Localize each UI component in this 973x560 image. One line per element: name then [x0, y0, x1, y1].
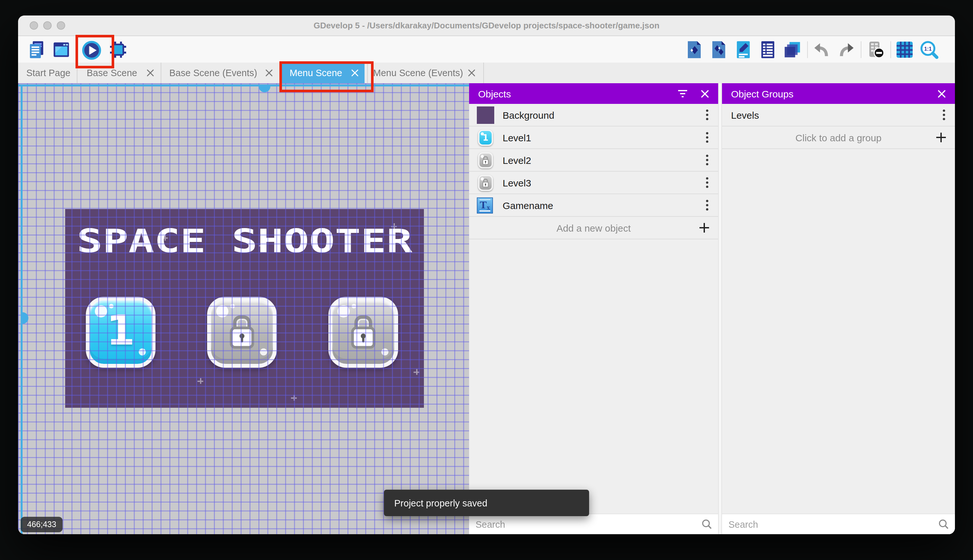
- tab-base-scene-events[interactable]: Base Scene (Events): [163, 63, 279, 83]
- close-tab-icon[interactable]: [468, 69, 475, 77]
- sparkle-star: [197, 378, 203, 384]
- level3-object-icon: [477, 174, 494, 191]
- background-object-icon: [477, 106, 494, 123]
- project-manager-icon[interactable]: [27, 40, 47, 59]
- objects-panel-title: Objects: [478, 88, 665, 99]
- debugger-icon[interactable]: [108, 40, 128, 59]
- level1-object-icon: 1: [477, 129, 494, 146]
- scene-window-icon[interactable]: [52, 40, 71, 59]
- tab-divider: [280, 63, 281, 83]
- selection-top-handle[interactable]: [259, 87, 270, 92]
- objects-search-row: [469, 513, 718, 534]
- object-groups-panel: Object Groups Levels Click to add a grou…: [722, 83, 955, 534]
- search-icon: [938, 518, 950, 530]
- level3-button-instance[interactable]: [328, 297, 398, 368]
- toolbar-separator: [890, 41, 891, 58]
- groups-search-input[interactable]: [722, 518, 938, 530]
- text-object-icon: Tx: [477, 197, 494, 214]
- zoom-reset-icon[interactable]: 1:1: [920, 40, 939, 59]
- play-preview-icon[interactable]: [82, 41, 101, 60]
- groups-search-row: [722, 513, 955, 534]
- save-toast: Project properly saved: [384, 490, 589, 516]
- add-group-plus-icon[interactable]: [936, 132, 946, 143]
- grid-toggle-icon[interactable]: [895, 40, 914, 59]
- minimize-window-button[interactable]: [43, 21, 52, 30]
- properties-panel-icon[interactable]: [734, 40, 753, 59]
- tab-menu-scene[interactable]: Menu Scene: [282, 63, 365, 83]
- title-bar: GDevelop 5 - /Users/dkarakay/Documents/G…: [18, 15, 955, 36]
- svg-text:1:1: 1:1: [924, 46, 932, 52]
- lock-icon: [211, 301, 273, 364]
- objects-panel-header: Objects: [469, 83, 718, 104]
- panel-divider[interactable]: [718, 83, 722, 534]
- toolbar-separator: [807, 41, 808, 58]
- level1-button-instance[interactable]: 1: [86, 297, 155, 368]
- objects-panel-icon[interactable]: [685, 40, 704, 59]
- gdevelop-window: GDevelop 5 - /Users/dkarakay/Documents/G…: [18, 15, 955, 534]
- selection-left-handle[interactable]: [23, 312, 28, 324]
- selection-top-edge: [18, 85, 469, 87]
- toolbar-separator: [861, 41, 861, 58]
- layers-panel-icon[interactable]: [783, 40, 802, 59]
- objects-panel: Objects Background 1: [469, 83, 718, 534]
- level1-digit: 1: [90, 301, 152, 364]
- tab-base-scene[interactable]: Base Scene: [79, 63, 160, 83]
- main-toolbar: 1:1: [18, 36, 955, 63]
- tab-start-page[interactable]: Start Page: [21, 63, 76, 83]
- tab-divider: [161, 63, 161, 83]
- sparkle-star: [413, 369, 420, 375]
- object-row-background[interactable]: Background: [469, 104, 718, 127]
- group-menu-kebab-icon[interactable]: [942, 108, 946, 121]
- sparkle-star: [291, 395, 297, 401]
- toggle-mask-icon[interactable]: [866, 40, 886, 59]
- level2-button-instance[interactable]: [207, 297, 277, 368]
- undo-icon[interactable]: [812, 40, 832, 59]
- screenshot-stage: GDevelop 5 - /Users/dkarakay/Documents/G…: [0, 0, 973, 560]
- add-group-row[interactable]: Click to add a group: [722, 127, 955, 149]
- object-menu-kebab-icon[interactable]: [705, 108, 709, 121]
- maximize-window-button[interactable]: [57, 21, 65, 30]
- objects-search-input[interactable]: [469, 518, 701, 530]
- scene-editor-canvas[interactable]: SPACE SHOOTER 1: [18, 83, 469, 534]
- object-groups-panel-icon[interactable]: [709, 40, 728, 59]
- close-tab-icon[interactable]: [351, 69, 359, 77]
- object-row-level2[interactable]: Level2: [469, 149, 718, 172]
- search-icon: [701, 518, 713, 530]
- close-panel-icon[interactable]: [701, 89, 709, 98]
- close-tab-icon[interactable]: [147, 69, 154, 77]
- groups-panel-title: Object Groups: [731, 88, 925, 99]
- redo-icon[interactable]: [836, 40, 856, 59]
- close-panel-icon[interactable]: [938, 89, 946, 98]
- object-menu-kebab-icon[interactable]: [705, 199, 709, 212]
- add-object-plus-icon[interactable]: [699, 222, 710, 233]
- object-menu-kebab-icon[interactable]: [705, 131, 709, 144]
- instances-list-icon[interactable]: [758, 40, 778, 59]
- object-row-level3[interactable]: Level3: [469, 172, 718, 194]
- object-row-gamename[interactable]: Tx Gamename: [469, 194, 718, 217]
- tab-divider: [77, 63, 77, 83]
- group-row-levels[interactable]: Levels: [722, 104, 955, 127]
- window-title: GDevelop 5 - /Users/dkarakay/Documents/G…: [18, 15, 955, 35]
- tab-divider: [483, 63, 484, 83]
- add-new-object-row[interactable]: Add a new object: [469, 217, 718, 239]
- svg-text:SPACE SHOOTER: SPACE SHOOTER: [77, 225, 413, 259]
- tab-bar: Start Page Base Scene Base Scene (Events…: [18, 63, 955, 83]
- close-tab-icon[interactable]: [265, 69, 273, 77]
- cursor-coordinates-badge: 466;433: [21, 517, 63, 532]
- object-menu-kebab-icon[interactable]: [705, 176, 709, 189]
- level2-object-icon: [477, 151, 494, 169]
- object-row-level1[interactable]: 1 Level1: [469, 127, 718, 149]
- lock-icon: [332, 301, 394, 364]
- close-window-button[interactable]: [30, 21, 38, 30]
- tab-menu-scene-events[interactable]: Menu Scene (Events): [370, 63, 482, 83]
- object-menu-kebab-icon[interactable]: [705, 153, 709, 167]
- scene-background-instance[interactable]: SPACE SHOOTER 1: [65, 209, 424, 408]
- filter-icon[interactable]: [678, 89, 688, 98]
- groups-panel-header: Object Groups: [722, 83, 955, 104]
- game-title-text-instance[interactable]: SPACE SHOOTER: [74, 225, 415, 259]
- tab-divider: [367, 63, 368, 83]
- selection-left-edge: [21, 85, 23, 534]
